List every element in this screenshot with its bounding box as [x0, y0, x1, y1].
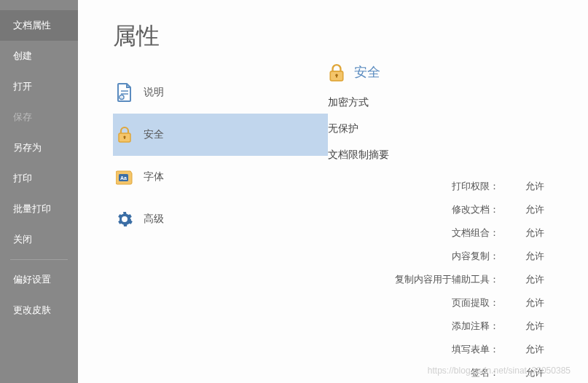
perm-row: 填写表单：允许 [328, 338, 544, 361]
perm-row: 修改文档：允许 [328, 198, 544, 221]
category-security-label: 安全 [144, 128, 164, 141]
perm-label: 修改文档： [368, 203, 499, 216]
perm-value: 允许 [499, 226, 544, 240]
encryption-value: 无保护 [328, 122, 544, 135]
perm-row: 复制内容用于辅助工具：允许 [328, 268, 544, 291]
lock-icon [328, 63, 347, 82]
perm-row: 添加注释：允许 [328, 315, 544, 338]
category-column: 属性 i 说明 安全 Aa 字体 高级 [113, 20, 328, 383]
perm-value: 允许 [499, 203, 544, 216]
font-icon: Aa [116, 168, 133, 186]
security-title: 安全 [354, 63, 380, 81]
category-description-label: 说明 [144, 86, 164, 99]
perm-row: 文档组合：允许 [328, 221, 544, 245]
perm-row: 打印权限：允许 [328, 175, 544, 198]
perm-value: 允许 [499, 320, 544, 333]
sidebar-item-batch-print[interactable]: 批量打印 [0, 194, 78, 224]
sidebar-item-save-as[interactable]: 另存为 [0, 133, 78, 163]
perm-value: 允许 [499, 343, 544, 356]
perm-value: 允许 [499, 250, 544, 263]
perm-label: 复制内容用于辅助工具： [368, 273, 499, 286]
perm-row: 内容复制：允许 [328, 245, 544, 268]
perm-label: 填写表单： [368, 343, 499, 356]
lock-icon [116, 126, 133, 143]
gear-icon [116, 210, 133, 228]
sidebar-item-change-skin[interactable]: 更改皮肤 [0, 295, 78, 325]
perm-label: 添加注释： [368, 320, 499, 333]
category-description[interactable]: i 说明 [113, 71, 328, 114]
sidebar-separator [10, 259, 68, 260]
perm-label: 打印权限： [368, 180, 499, 193]
sidebar-item-doc-properties[interactable]: 文档属性 [0, 10, 78, 41]
security-header: 安全 [328, 63, 544, 82]
svg-rect-4 [124, 137, 125, 139]
sidebar-item-save: 保存 [0, 102, 78, 133]
svg-text:i: i [121, 95, 122, 100]
perm-row: 页面提取：允许 [328, 291, 544, 315]
svg-text:Aa: Aa [120, 175, 127, 181]
perm-label: 文档组合： [368, 226, 499, 240]
security-panel: 安全 加密方式 无保护 文档限制摘要 打印权限：允许 修改文档：允许 文档组合：… [328, 20, 588, 383]
sidebar-item-open[interactable]: 打开 [0, 71, 78, 102]
restrictions-label: 文档限制摘要 [328, 149, 544, 162]
perm-value: 允许 [499, 273, 544, 286]
perm-value: 允许 [499, 296, 544, 309]
encryption-label: 加密方式 [328, 96, 544, 109]
sidebar: 文档属性 创建 打开 保存 另存为 打印 批量打印 关闭 偏好设置 更改皮肤 [0, 0, 78, 383]
category-fonts[interactable]: Aa 字体 [113, 156, 328, 198]
watermark: https://blog.csdn.net/sinat_33050385 [428, 366, 571, 376]
doc-info-icon: i [116, 84, 133, 101]
permissions-table: 打印权限：允许 修改文档：允许 文档组合：允许 内容复制：允许 复制内容用于辅助… [328, 175, 544, 383]
category-advanced-label: 高级 [144, 213, 164, 226]
svg-rect-9 [336, 75, 337, 77]
sidebar-item-preferences[interactable]: 偏好设置 [0, 264, 78, 295]
sidebar-item-print[interactable]: 打印 [0, 163, 78, 194]
sidebar-item-close[interactable]: 关闭 [0, 224, 78, 255]
perm-label: 内容复制： [368, 250, 499, 263]
page-title: 属性 [113, 20, 328, 52]
sidebar-item-create[interactable]: 创建 [0, 41, 78, 71]
category-fonts-label: 字体 [144, 170, 164, 183]
main-panel: 属性 i 说明 安全 Aa 字体 高级 [78, 0, 588, 383]
perm-value: 允许 [499, 180, 544, 193]
category-advanced[interactable]: 高级 [113, 198, 328, 240]
perm-label: 页面提取： [368, 296, 499, 309]
category-security[interactable]: 安全 [113, 114, 328, 156]
